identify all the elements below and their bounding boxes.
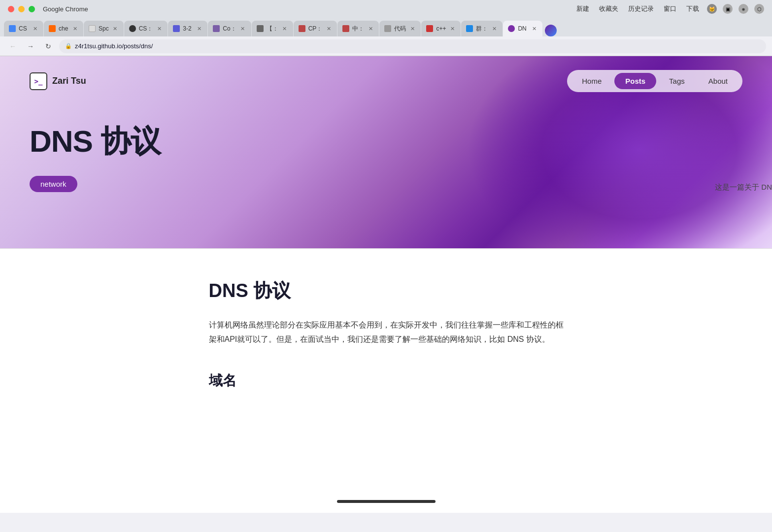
tab-label-dn: DN <box>518 25 528 32</box>
tab-favicon-zh <box>342 25 349 32</box>
menu-new[interactable]: 新建 <box>576 4 589 13</box>
lock-icon: 🔒 <box>65 43 72 49</box>
tab-close-che[interactable]: ✕ <box>71 25 78 32</box>
tab-close-cpu[interactable]: ✕ <box>325 25 332 32</box>
tab-label-che: che <box>59 25 68 32</box>
menu-window[interactable]: 窗口 <box>664 4 676 13</box>
tab-favicon-cs <box>9 25 16 32</box>
scrollbar[interactable] <box>337 500 436 503</box>
tab-favicon-cpu <box>299 25 305 32</box>
tab-close-dev[interactable]: ✕ <box>491 25 498 32</box>
tab-close-dn[interactable]: ✕ <box>531 25 537 32</box>
logo-icon: >_ <box>30 72 47 90</box>
tab-favicon-co <box>213 25 220 32</box>
tab-favicon-cpp <box>426 25 433 32</box>
tab-bar: CS ✕ che ✕ Spc ✕ CS： ✕ 3-2 ✕ Co： ✕ <box>0 18 772 36</box>
tab-close-gh[interactable]: ✕ <box>156 25 163 32</box>
browser-menu: 新建 收藏夹 历史记录 窗口 下载 <box>576 4 699 13</box>
tab-spc[interactable]: Spc ✕ <box>84 21 124 36</box>
tab-gh[interactable]: CS： ✕ <box>124 21 168 36</box>
tab-label-cpp: c++ <box>436 25 446 32</box>
tab-close-code[interactable]: ✕ <box>409 25 416 32</box>
menu-favorites[interactable]: 收藏夹 <box>599 4 618 13</box>
article-body: 计算机网络虽然理论部分在实际应用基本不会用到，在实际开发中，我们往往掌握一些库和… <box>209 318 564 347</box>
nav-tags[interactable]: Tags <box>658 73 696 89</box>
scrollbar-area <box>0 495 772 513</box>
tab-label-code: 代码 <box>394 25 406 33</box>
article-inner: DNS 协议 计算机网络虽然理论部分在实际应用基本不会用到，在实际开发中，我们往… <box>189 278 583 390</box>
browser-title: Google Chrome <box>43 5 88 13</box>
title-bar: Google Chrome 新建 收藏夹 历史记录 窗口 下载 🐱 ▣ ⎈ ⬡ <box>0 0 772 18</box>
site-name: Zari Tsu <box>52 76 86 86</box>
tab-label-zh: 中： <box>352 25 364 33</box>
tab-favicon-gh <box>129 25 136 32</box>
nav-home[interactable]: Home <box>571 73 612 89</box>
title-bar-right: 新建 收藏夹 历史记录 窗口 下载 🐱 ▣ ⎈ ⬡ <box>576 4 764 14</box>
article-title: DNS 协议 <box>209 278 564 303</box>
tab-close-zh[interactable]: ✕ <box>367 25 374 32</box>
nav-about[interactable]: About <box>698 73 738 89</box>
tab-label-cs: CS <box>19 25 29 32</box>
tab-cpu[interactable]: CP： ✕ <box>294 21 337 36</box>
tab-close-cs[interactable]: ✕ <box>32 25 38 32</box>
minimize-button[interactable] <box>18 6 25 12</box>
tab-favicon-bracket <box>257 25 264 32</box>
tab-favicon-spc <box>89 25 96 32</box>
tab-label-bracket: 【： <box>267 25 278 33</box>
menu-download[interactable]: 下载 <box>686 4 699 13</box>
menu-history[interactable]: 历史记录 <box>628 4 654 13</box>
tab-favicon-che <box>49 25 56 32</box>
url-text: z4r1tsu.github.io/posts/dns/ <box>75 42 153 50</box>
tab-favicon-code <box>384 25 391 32</box>
tab-label-cs2: 3-2 <box>183 25 193 32</box>
hero-nav: >_ Zari Tsu Home Posts Tags About <box>0 56 772 106</box>
tab-close-co[interactable]: ✕ <box>239 25 246 32</box>
url-bar[interactable]: 🔒 z4r1tsu.github.io/posts/dns/ <box>59 39 766 53</box>
tab-cpp[interactable]: c++ ✕ <box>421 21 461 36</box>
hero-title: DNS 协议 <box>30 121 742 162</box>
extensions-icon[interactable]: 🐱 <box>707 4 717 14</box>
tab-close-bracket[interactable]: ✕ <box>281 25 288 32</box>
tab-dn[interactable]: DN ✕ <box>503 21 542 36</box>
tab-favicon-dev <box>466 25 473 32</box>
tab-label-dev: 群： <box>476 25 488 33</box>
tab-cs[interactable]: CS ✕ <box>4 21 43 36</box>
nav-links: Home Posts Tags About <box>567 70 742 92</box>
close-button[interactable] <box>8 6 14 12</box>
hero-body: DNS 协议 network 这是一篇关于 DN <box>0 106 772 207</box>
hero-tag[interactable]: network <box>30 176 77 192</box>
article-subtitle: 域名 <box>209 371 564 390</box>
tab-close-cs2[interactable]: ✕ <box>196 25 202 32</box>
reload-button[interactable]: ↻ <box>41 39 55 53</box>
tab-close-cpp[interactable]: ✕ <box>449 25 456 32</box>
tab-label-spc: Spc <box>99 25 109 32</box>
address-bar: ← → ↻ 🔒 z4r1tsu.github.io/posts/dns/ <box>0 36 772 56</box>
maximize-button[interactable] <box>29 6 35 12</box>
tab-code[interactable]: 代码 ✕ <box>379 21 421 36</box>
tab-label-cpu: CP： <box>308 25 323 33</box>
nav-posts[interactable]: Posts <box>614 73 656 89</box>
tab-label-gh: CS： <box>139 25 153 33</box>
tab-co[interactable]: Co： ✕ <box>208 21 251 36</box>
page-content: >_ Zari Tsu Home Posts Tags About DNS 协议… <box>0 56 772 513</box>
tab-che[interactable]: che ✕ <box>44 21 83 36</box>
hero-section: >_ Zari Tsu Home Posts Tags About DNS 协议… <box>0 56 772 248</box>
title-bar-icons: 🐱 ▣ ⎈ ⬡ <box>707 4 764 14</box>
tab-bracket[interactable]: 【： ✕ <box>252 21 293 36</box>
article-section: DNS 协议 计算机网络虽然理论部分在实际应用基本不会用到，在实际开发中，我们往… <box>0 249 772 495</box>
screen-icon[interactable]: ▣ <box>723 4 733 14</box>
hero-description: 这是一篇关于 DN <box>715 183 772 192</box>
tab-zh[interactable]: 中： ✕ <box>337 21 379 36</box>
tab-cs2[interactable]: 3-2 ✕ <box>168 21 207 36</box>
bluetooth-icon[interactable]: ⎈ <box>738 4 748 14</box>
tab-favicon-dn <box>508 25 515 32</box>
forward-button[interactable]: → <box>24 39 37 53</box>
back-button[interactable]: ← <box>6 39 20 53</box>
profile-icon[interactable] <box>545 25 557 36</box>
site-logo[interactable]: >_ Zari Tsu <box>30 72 86 90</box>
tab-favicon-cs2 <box>173 25 180 32</box>
tab-dev[interactable]: 群： ✕ <box>461 21 503 36</box>
tab-close-spc[interactable]: ✕ <box>112 25 119 32</box>
traffic-lights <box>8 6 35 12</box>
wifi-icon[interactable]: ⬡ <box>754 4 764 14</box>
